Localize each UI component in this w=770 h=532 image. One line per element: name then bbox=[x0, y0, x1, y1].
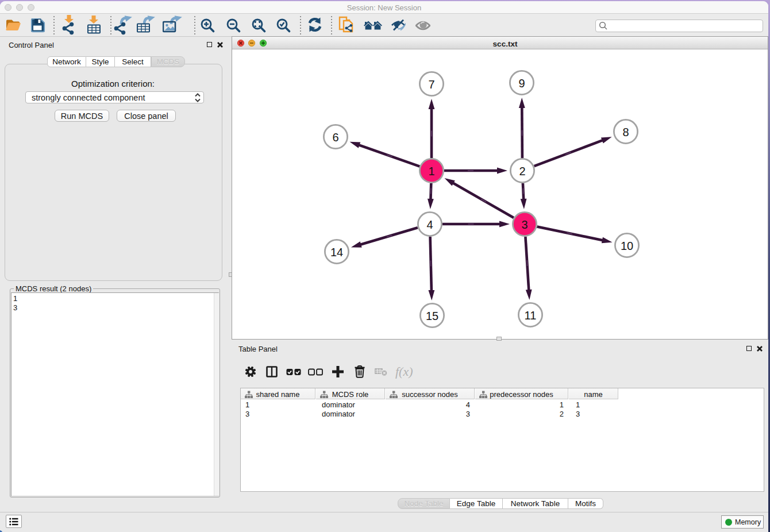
svg-text:9: 9 bbox=[518, 77, 525, 90]
svg-text:1: 1 bbox=[428, 165, 434, 178]
svg-text:14: 14 bbox=[330, 246, 343, 259]
svg-text:2: 2 bbox=[519, 165, 525, 178]
svg-text:10: 10 bbox=[621, 240, 633, 252]
svg-text:3: 3 bbox=[521, 218, 528, 231]
svg-text:8: 8 bbox=[622, 126, 629, 138]
svg-text:7: 7 bbox=[428, 78, 434, 91]
svg-text:15: 15 bbox=[426, 310, 438, 322]
svg-text:11: 11 bbox=[525, 309, 537, 322]
svg-text:4: 4 bbox=[426, 218, 433, 231]
svg-text:6: 6 bbox=[332, 131, 338, 144]
